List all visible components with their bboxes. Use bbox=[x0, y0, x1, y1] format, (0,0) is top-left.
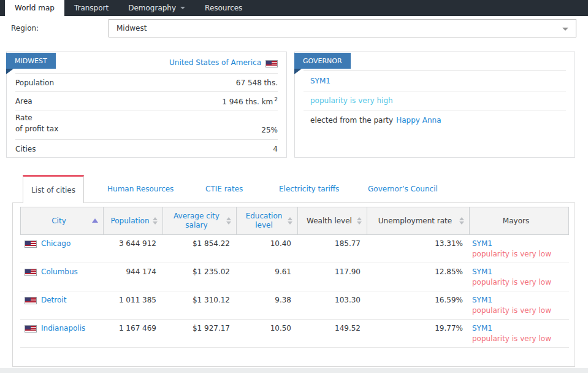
stat-label: Population bbox=[15, 77, 54, 88]
mayor-popularity-status: popularity is very low bbox=[472, 277, 569, 288]
sort-icon bbox=[459, 217, 464, 225]
column-header-mayors: Mayors bbox=[470, 207, 568, 234]
governor-badge: GOVERNOR bbox=[294, 53, 351, 69]
table-row: Indianapolis 1 167 469 $1 927.17 10.50 1… bbox=[20, 320, 569, 348]
tab-electricity-tariffs[interactable]: Electricity tariffs bbox=[279, 175, 339, 203]
salary-cell: $1 927.17 bbox=[162, 320, 236, 334]
table-row: Chicago 3 644 912 $1 854.22 10.40 185.77… bbox=[20, 235, 569, 263]
stat-label: Cities bbox=[15, 144, 36, 155]
population-cell: 944 174 bbox=[103, 263, 162, 277]
unemployment-cell: 13.31% bbox=[367, 235, 469, 249]
governor-info-panel: GOVERNOR SYM1 popularity is very high el… bbox=[294, 52, 575, 158]
governor-name-link[interactable]: SYM1 bbox=[310, 77, 330, 85]
mayor-cell: SYM1 popularity is very low bbox=[469, 235, 569, 260]
flag-usa-icon bbox=[265, 60, 278, 67]
cities-panel: City Population Average city salary Educ… bbox=[12, 202, 575, 367]
flag-usa-icon bbox=[25, 297, 37, 304]
flag-usa-icon bbox=[25, 325, 37, 333]
tab-label: List of cities bbox=[31, 186, 75, 194]
education-cell: 9.38 bbox=[236, 291, 297, 306]
education-cell: 9.61 bbox=[236, 263, 297, 277]
column-header-wealth[interactable]: Wealth level bbox=[298, 207, 367, 234]
wealth-cell: 103.30 bbox=[297, 291, 367, 306]
mayor-link[interactable]: SYM1 bbox=[472, 323, 569, 334]
tab-list-of-cities[interactable]: List of cities bbox=[23, 175, 84, 203]
city-link[interactable]: Columbus bbox=[41, 267, 78, 277]
column-header-unemployment[interactable]: Unemployment rate bbox=[367, 207, 470, 234]
mayor-cell: SYM1 popularity is very low bbox=[469, 320, 569, 344]
column-header-education[interactable]: Education level bbox=[237, 207, 298, 234]
nav-tab-resources[interactable]: Resources bbox=[195, 0, 252, 16]
population-cell: 1 167 469 bbox=[103, 320, 162, 334]
column-header-city[interactable]: City bbox=[21, 207, 104, 234]
mayor-popularity-status: popularity is very low bbox=[472, 334, 569, 344]
stat-row-profit-tax: Rate of profit tax 25% bbox=[15, 110, 278, 139]
mayor-cell: SYM1 popularity is very low bbox=[469, 291, 569, 316]
tab-ctie-rates[interactable]: CTIE rates bbox=[205, 175, 243, 203]
nav-tab-world-map[interactable]: World map bbox=[5, 0, 64, 16]
population-cell: 3 644 912 bbox=[103, 235, 162, 249]
nav-tab-label: Transport bbox=[74, 4, 109, 12]
wealth-cell: 149.52 bbox=[297, 320, 367, 334]
region-info-panel: MIDWEST United States of America Populat… bbox=[6, 52, 287, 158]
education-cell: 10.40 bbox=[236, 235, 297, 249]
nav-tab-transport[interactable]: Transport bbox=[64, 0, 118, 16]
party-link[interactable]: Happy Anna bbox=[396, 116, 441, 125]
stat-row-population: Population 67 548 ths. bbox=[15, 73, 278, 91]
mayor-link[interactable]: SYM1 bbox=[472, 295, 569, 306]
region-select-value: Midwest bbox=[116, 24, 147, 33]
sort-icon bbox=[288, 217, 292, 225]
elected-text: elected from the party bbox=[310, 116, 393, 125]
table-row: Detroit 1 011 385 $1 310.12 9.38 103.30 … bbox=[20, 291, 569, 320]
mayor-link[interactable]: SYM1 bbox=[472, 267, 569, 277]
mayor-link[interactable]: SYM1 bbox=[472, 239, 569, 249]
nav-tab-label: Resources bbox=[205, 4, 242, 12]
flag-usa-icon bbox=[25, 240, 37, 248]
flag-usa-icon bbox=[25, 269, 37, 276]
unemployment-cell: 12.85% bbox=[367, 263, 469, 277]
country-link[interactable]: United States of America bbox=[169, 58, 261, 67]
region-badge: MIDWEST bbox=[6, 53, 56, 69]
education-cell: 10.50 bbox=[236, 320, 297, 334]
unemployment-cell: 16.59% bbox=[367, 291, 469, 306]
stat-value: 25% bbox=[261, 126, 278, 134]
salary-cell: $1 310.12 bbox=[162, 291, 236, 306]
sort-icon bbox=[357, 217, 362, 225]
stat-value: 1 946 ths. km2 bbox=[222, 96, 278, 106]
area-superscript: 2 bbox=[274, 96, 278, 102]
chevron-down-icon bbox=[180, 7, 185, 9]
stat-label: Rate of profit tax bbox=[15, 112, 58, 134]
stat-value: 4 bbox=[273, 145, 278, 153]
mayor-popularity-status: popularity is very low bbox=[472, 306, 569, 316]
city-link[interactable]: Chicago bbox=[41, 239, 71, 249]
stat-row-area: Area 1 946 ths. km2 bbox=[15, 91, 278, 110]
table-row: Columbus 944 174 $1 235.02 9.61 117.90 1… bbox=[20, 263, 569, 291]
tab-human-resources[interactable]: Human Resources bbox=[107, 175, 174, 203]
population-cell: 1 011 385 bbox=[103, 291, 162, 306]
mayor-popularity-status: popularity is very low bbox=[472, 249, 569, 260]
stat-row-cities: Cities 4 bbox=[15, 139, 278, 158]
stat-value: 67 548 ths. bbox=[236, 79, 278, 87]
salary-cell: $1 235.02 bbox=[162, 263, 236, 277]
table-header: City Population Average city salary Educ… bbox=[20, 207, 569, 235]
governor-popularity-status: popularity is very high bbox=[310, 96, 393, 105]
dropdown-caret-icon bbox=[562, 28, 568, 31]
salary-cell: $1 854.22 bbox=[162, 235, 236, 249]
wealth-cell: 117.90 bbox=[297, 263, 367, 277]
tab-governors-council[interactable]: Governor’s Council bbox=[368, 175, 438, 203]
nav-tab-label: World map bbox=[15, 4, 55, 12]
cities-table: City Population Average city salary Educ… bbox=[20, 207, 569, 348]
nav-tab-demography[interactable]: Demography bbox=[118, 0, 195, 16]
region-label: Region: bbox=[11, 24, 39, 33]
city-link[interactable]: Detroit bbox=[41, 295, 66, 306]
city-link[interactable]: Indianapolis bbox=[41, 323, 85, 334]
column-header-salary[interactable]: Average city salary bbox=[163, 207, 237, 234]
wealth-cell: 185.77 bbox=[297, 235, 367, 249]
nav-tab-label: Demography bbox=[128, 4, 176, 12]
sort-icon bbox=[226, 217, 231, 225]
region-select[interactable]: Midwest bbox=[109, 19, 576, 37]
unemployment-cell: 19.77% bbox=[367, 320, 469, 334]
page-bottom-strip bbox=[0, 368, 588, 373]
mayor-cell: SYM1 popularity is very low bbox=[469, 263, 569, 288]
column-header-population[interactable]: Population bbox=[104, 207, 163, 234]
